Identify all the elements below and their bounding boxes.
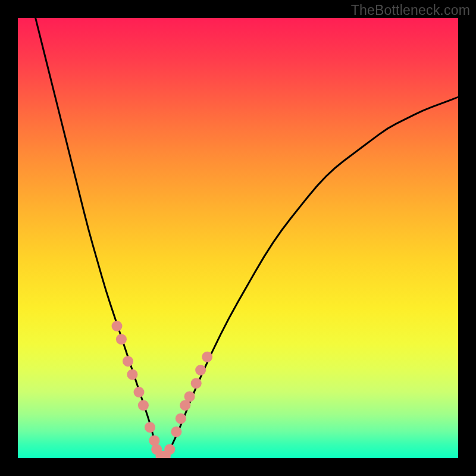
highlight-dot [116,334,127,345]
watermark-label: TheBottleneck.com [351,2,470,18]
highlight-dot [138,400,149,411]
highlight-dot [171,427,181,437]
highlight-dot [202,352,212,362]
highlight-dot [195,365,206,375]
highlight-dot [164,444,175,455]
plot-area [18,18,458,458]
highlight-dot [176,413,186,424]
chart-svg [18,18,458,458]
highlight-dot [112,321,123,331]
bottleneck-curve [36,18,458,457]
highlight-dot [127,369,137,380]
highlight-dot [123,356,133,367]
chart-frame: TheBottleneck.com [0,0,476,476]
highlight-dot [145,422,155,433]
highlight-dot [134,387,145,397]
highlight-dot [184,391,195,402]
highlight-markers [112,321,213,458]
highlight-dot [191,378,202,389]
